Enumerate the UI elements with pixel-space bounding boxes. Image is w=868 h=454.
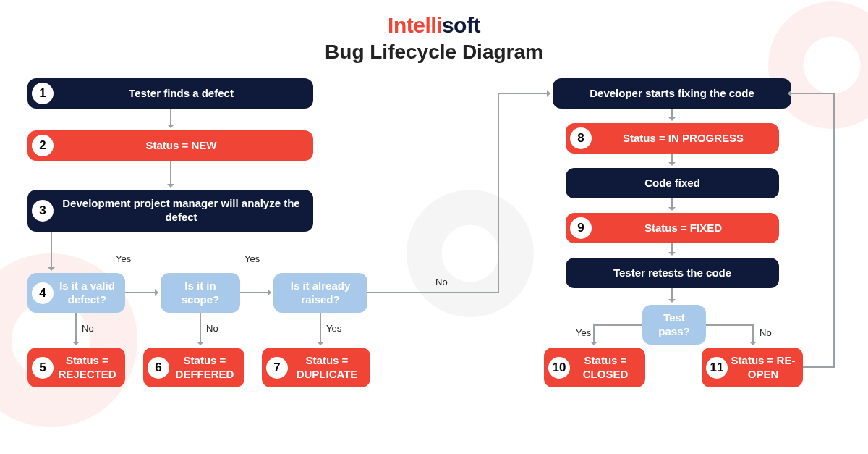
decision-valid-text: Is it a valid defect?: [56, 279, 118, 307]
arrowhead: [784, 90, 791, 97]
arrowhead: [268, 289, 275, 296]
label-yes: Yes: [116, 253, 131, 264]
decision-raised: Is it already raised?: [273, 273, 367, 313]
arrowhead: [197, 342, 204, 349]
arrow: [833, 93, 835, 368]
arrow: [240, 292, 268, 293]
arrow: [803, 366, 833, 368]
step-2-num: 2: [32, 135, 54, 156]
decision-raised-text: Is it already raised?: [281, 279, 360, 307]
step-11-text: Status = RE-OPEN: [731, 354, 796, 382]
arrowhead: [590, 342, 597, 349]
code-fixed: Code fixed: [566, 168, 779, 198]
label-no: No: [435, 277, 448, 287]
decision-scope-text: Is it in scope?: [168, 279, 233, 307]
step-5-text: Status = REJECTED: [56, 354, 118, 382]
step-2-text: Status = NEW: [146, 139, 217, 153]
arrow: [706, 324, 752, 326]
step-9-text: Status = FIXED: [644, 222, 722, 235]
decision-test-pass: Test pass?: [642, 305, 706, 345]
label-no: No: [760, 327, 772, 338]
step-1-num: 1: [32, 83, 54, 104]
label-yes: Yes: [244, 253, 260, 264]
step-11-num: 11: [706, 357, 728, 379]
arrow: [593, 324, 642, 326]
arrow: [593, 324, 595, 343]
label-yes: Yes: [326, 323, 341, 334]
step-10-text: Status = CLOSED: [573, 354, 638, 382]
step-11: 11 Status = RE-OPEN: [702, 348, 803, 387]
arrow: [752, 324, 754, 343]
arrowhead: [317, 342, 324, 349]
arrowhead: [668, 117, 676, 125]
step-6-num: 6: [148, 357, 169, 379]
label-no: No: [206, 323, 218, 334]
arrow: [498, 93, 547, 94]
decision-valid-num: 4: [32, 282, 54, 304]
decision-scope: Is it in scope?: [161, 273, 240, 313]
step-3: 3 Development project manager will analy…: [27, 190, 313, 232]
step-9-num: 9: [570, 217, 592, 239]
arrowhead: [48, 267, 55, 274]
step-8-num: 8: [570, 127, 592, 149]
step-1-text: Tester finds a defect: [129, 87, 234, 101]
step-3-text: Development project manager will analyze…: [56, 197, 306, 224]
step-10-num: 10: [548, 357, 570, 379]
step-9: 9 Status = FIXED: [566, 213, 779, 243]
label-yes: Yes: [576, 327, 591, 338]
dev-start: Developer starts fixing the code: [553, 78, 791, 109]
step-7-num: 7: [266, 357, 288, 379]
arrow: [200, 313, 201, 342]
arrowhead: [167, 125, 174, 132]
arrowhead: [167, 184, 174, 191]
arrow: [671, 288, 673, 300]
step-5: 5 Status = REJECTED: [27, 348, 125, 387]
arrow: [791, 93, 833, 94]
arrowhead: [72, 342, 80, 349]
code-fixed-text: Code fixed: [644, 177, 700, 190]
step-7: 7 Status = DUPLICATE: [262, 348, 370, 387]
decision-test-pass-text: Test pass?: [650, 311, 699, 339]
tester-retest: Tester retests the code: [566, 258, 779, 288]
step-6-text: Status = DEFFERED: [172, 354, 237, 382]
arrowhead: [749, 342, 757, 349]
arrowhead: [668, 299, 676, 306]
arrow: [75, 313, 77, 342]
step-6: 6 Status = DEFFERED: [143, 348, 244, 387]
arrow: [170, 161, 171, 184]
step-1: 1 Tester finds a defect: [27, 78, 313, 109]
arrowhead: [668, 162, 676, 169]
dev-start-text: Developer starts fixing the code: [590, 87, 754, 101]
arrow: [498, 93, 499, 293]
step-5-num: 5: [32, 357, 54, 379]
step-3-num: 3: [32, 200, 54, 222]
arrow: [170, 109, 171, 125]
arrow: [125, 292, 155, 293]
arrow: [51, 232, 52, 267]
arrowhead: [547, 90, 554, 97]
decision-valid: 4 Is it a valid defect?: [27, 273, 125, 313]
step-10: 10 Status = CLOSED: [544, 348, 645, 387]
step-2: 2 Status = NEW: [27, 130, 313, 161]
arrow: [367, 292, 498, 293]
arrow: [320, 313, 321, 342]
tester-retest-text: Tester retests the code: [613, 266, 731, 280]
step-7-text: Status = DUPLICATE: [291, 354, 363, 382]
diagram-canvas: 1 Tester finds a defect 2 Status = NEW 3…: [0, 0, 868, 454]
arrowhead: [155, 289, 162, 296]
step-8: 8 Status = IN PROGRESS: [566, 123, 779, 154]
arrowhead: [668, 252, 676, 259]
step-8-text: Status = IN PROGRESS: [623, 132, 744, 146]
label-no: No: [82, 323, 94, 334]
arrowhead: [668, 207, 676, 214]
